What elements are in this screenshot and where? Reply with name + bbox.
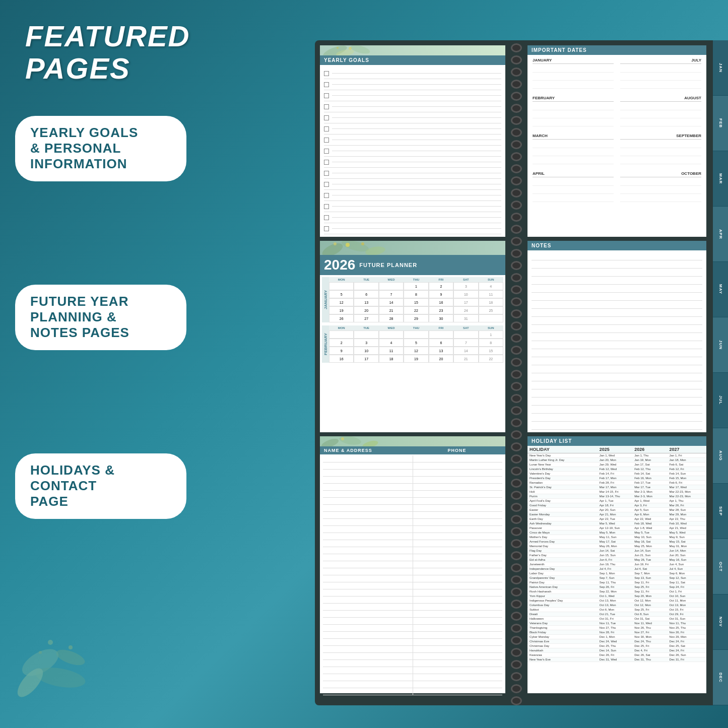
goal-line xyxy=(332,106,501,107)
spiral-ring xyxy=(511,672,522,681)
holiday-row: ThanksgivingNov 27, ThuNov 26, ThuNov 25… xyxy=(527,626,706,630)
goal-row xyxy=(324,168,501,179)
important-dates-header: IMPORTANT DATES xyxy=(527,45,706,55)
goal-line xyxy=(332,140,501,140)
holiday-row: RamadanFeb 28, FriFeb 17, TueFeb 6, Fri xyxy=(527,481,706,485)
contact-row xyxy=(323,484,502,491)
notebook: YEARLY GOALS xyxy=(315,40,728,705)
holiday-row: Cinco de MayoMay 5, MonMay 5, TueMay 5, … xyxy=(527,531,706,535)
holiday-row: Flag DayJun 14, SatJun 14, SunJun 14, Mo… xyxy=(527,549,706,553)
feb-week-1: 1 xyxy=(329,330,503,339)
left-pages: YEARLY GOALS xyxy=(315,40,510,705)
contact-row xyxy=(323,575,502,582)
yearly-goals-header: YEARLY GOALS xyxy=(320,55,505,65)
feb-week-4: 16 17 18 19 20 21 22 xyxy=(329,355,503,363)
important-dates-title: IMPORTANT DATES xyxy=(532,47,587,53)
svg-point-16 xyxy=(361,242,364,245)
imp-dates-body: JANUARY JULY FEBRUARY xyxy=(527,55,706,212)
goal-row xyxy=(324,179,501,190)
goal-checkbox xyxy=(324,182,329,187)
goal-row xyxy=(324,123,501,135)
spiral-ring xyxy=(511,334,522,343)
contact-row xyxy=(323,688,502,695)
spiral-ring xyxy=(511,188,522,197)
contacts-floral-strip xyxy=(320,436,505,446)
spiral-ring xyxy=(511,321,522,330)
tab-may: MAY xyxy=(713,262,728,317)
holiday-row: Rosh HashanahSep 22, MonSep 11, FriOct 1… xyxy=(527,589,706,594)
goal-row xyxy=(324,90,501,101)
holiday-row: Black FridayNov 28, FriNov 27, FriNov 26… xyxy=(527,630,706,635)
goal-checkbox xyxy=(324,204,329,209)
spiral-ring xyxy=(511,624,522,633)
contact-row xyxy=(323,519,502,526)
svg-point-12 xyxy=(320,241,345,255)
floral-mid-strip xyxy=(320,241,505,255)
tab-dec: DEC xyxy=(713,650,728,705)
spiral-ring xyxy=(511,479,522,488)
contact-row xyxy=(323,491,502,498)
holiday-row: New Year's DayJan 1, WedJan 1, ThuJan 1,… xyxy=(527,453,706,458)
holiday-row: Independence DayJul 4, FriJul 4, SatJul … xyxy=(527,567,706,571)
spiral-ring xyxy=(511,116,522,125)
goal-row xyxy=(324,223,501,234)
tab-jul: JUL xyxy=(713,373,728,428)
spiral-ring xyxy=(511,563,522,572)
january-cal-main: MON TUE WED THU FRI SAT SUN 1 xyxy=(329,277,503,322)
spiral-ring xyxy=(511,430,522,439)
notes-header: NOTES xyxy=(527,241,706,250)
spiral-ring xyxy=(511,418,522,427)
contact-row xyxy=(323,554,502,561)
svg-point-4 xyxy=(48,640,53,645)
holiday-row: PassoverApr 12-19, SunApr 1-8, WedApr 21… xyxy=(527,526,706,531)
spiral-ring xyxy=(511,273,522,282)
pill-2-text: FUTURE YEAR PLANNING & NOTES PAGES xyxy=(30,294,171,341)
spiral-ring xyxy=(511,503,522,512)
side-tabs: JAN FEB MAR APR MAY JUN JUL AUG SEP OCT … xyxy=(713,40,728,705)
february-label: FEBRUARY xyxy=(322,325,329,363)
goal-row xyxy=(324,146,501,157)
spiral-ring xyxy=(511,201,522,210)
contact-row xyxy=(323,589,502,597)
name-address-label: NAME & ADDRESS xyxy=(324,448,413,453)
cal-week-4: 19 20 21 22 23 24 25 xyxy=(329,306,503,314)
spiral-ring xyxy=(511,454,522,464)
spiral-ring xyxy=(511,68,522,77)
february-cal-main: MON TUE WED THU FRI SAT SUN xyxy=(329,325,503,363)
goal-line xyxy=(332,128,501,129)
goal-line xyxy=(332,228,501,229)
october-col: OCTOBER xyxy=(620,171,701,203)
spiral-ring xyxy=(511,128,522,137)
feb-week-3: 9 10 11 12 13 14 15 xyxy=(329,347,503,355)
february-cal: FEBRUARY MON TUE WED THU FRI SAT SUN xyxy=(322,325,503,363)
spiral-ring xyxy=(511,515,522,524)
svg-point-20 xyxy=(362,439,379,446)
important-dates-section: IMPORTANT DATES JANUARY JULY xyxy=(527,45,706,237)
tab-aug: AUG xyxy=(713,428,728,484)
tab-sep: SEP xyxy=(713,484,728,539)
spiral-ring xyxy=(511,394,522,403)
goal-row xyxy=(324,212,501,223)
spiral-ring xyxy=(511,176,522,185)
goal-line xyxy=(332,162,501,162)
spiral-ring xyxy=(511,346,522,355)
tab-mar: MAR xyxy=(713,151,728,207)
july-col: JULY xyxy=(620,58,701,90)
contact-row xyxy=(323,455,502,462)
contact-row xyxy=(323,653,502,660)
spiral-ring xyxy=(511,491,522,500)
spiral-ring xyxy=(511,467,522,476)
holiday-row: Christmas EveDec 24, WedDec 24, ThuDec 2… xyxy=(527,639,706,644)
spiral-ring xyxy=(511,406,522,415)
cal-header: MON TUE WED THU FRI SAT SUN xyxy=(329,277,503,282)
spiral-ring xyxy=(511,225,522,234)
holiday-row: KwanzaaDec 26, FriDec 26, SatDec 26, Sun xyxy=(527,653,706,657)
contact-row xyxy=(323,505,502,512)
holiday-row: Cyber MondayDec 1, MonNov 30, MonNov 29,… xyxy=(527,635,706,639)
contact-row xyxy=(323,568,502,575)
tab-nov: NOV xyxy=(713,594,728,650)
spiral-ring xyxy=(511,80,522,89)
april-col: APRIL xyxy=(533,171,614,203)
spiral-ring xyxy=(511,92,522,101)
goal-checkbox xyxy=(324,71,329,76)
